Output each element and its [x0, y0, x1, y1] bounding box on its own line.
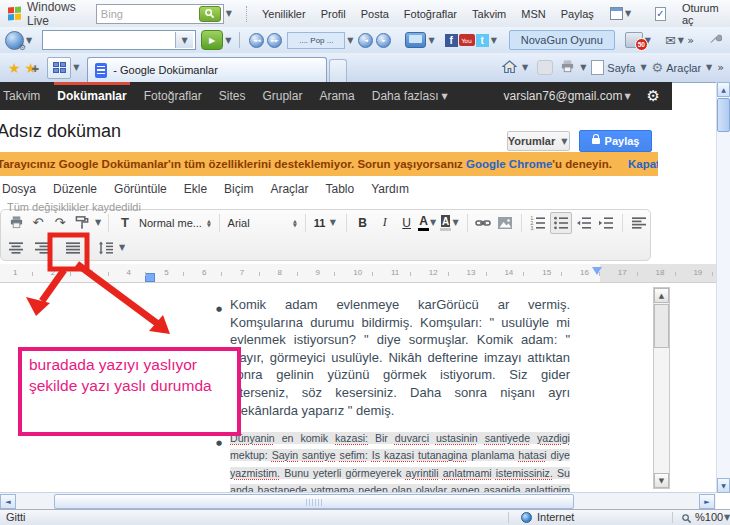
highlight-color-button[interactable]: A▼	[441, 213, 461, 233]
more-dropdown-icon[interactable]: ▼	[441, 92, 447, 101]
home-dropdown-icon[interactable]: ▼	[522, 63, 528, 72]
align-left-button[interactable]	[629, 213, 649, 233]
font-size-dropdown[interactable]: 11 ▼	[311, 213, 341, 232]
gbar-item-arama[interactable]: Arama	[318, 82, 355, 110]
ruler[interactable]: 12345678910111213141516171819	[0, 264, 716, 283]
browser-scroll-up-button[interactable]: ▲	[717, 82, 730, 97]
print-button[interactable]	[6, 213, 26, 233]
address-combo-input[interactable]: ▼	[42, 30, 196, 50]
live-link-yenilikler[interactable]: Yenilikler	[262, 8, 306, 20]
page-menu[interactable]: Sayfa	[607, 62, 635, 74]
menu-goruntule[interactable]: Görüntüle	[114, 182, 167, 196]
indent-button[interactable]	[596, 213, 616, 233]
media-previous-button[interactable]: ◄◄	[249, 33, 264, 48]
globe-dropdown-icon[interactable]: ▼	[26, 36, 32, 45]
social-buttons[interactable]: f You t	[445, 34, 489, 47]
insert-image-button[interactable]	[495, 213, 515, 233]
paint-format-button[interactable]	[72, 213, 92, 233]
quick-tabs-dropdown-icon[interactable]: ▼	[73, 63, 79, 72]
browser-scrollbar[interactable]: ▲ ▼	[716, 82, 730, 493]
justify-button[interactable]	[63, 238, 83, 258]
paragraph-style-dropdown[interactable]: Normal me... ▲▼	[136, 213, 214, 232]
gbar-item-sites[interactable]: Sites	[218, 82, 247, 110]
scroll-right-button[interactable]: ►	[699, 494, 715, 509]
combo-dropdown-icon[interactable]: ▼	[175, 32, 193, 48]
gbar-item-fotograflar[interactable]: Fotoğraflar	[143, 82, 203, 110]
radio-dropdown-icon[interactable]: ▼	[347, 36, 353, 45]
outdent-button[interactable]	[574, 213, 594, 233]
notifications-badge-icon[interactable]	[625, 32, 643, 48]
chrome-link[interactable]: Google Chrome	[466, 158, 552, 170]
menu-araclar[interactable]: Araçlar	[270, 182, 308, 196]
home-icon[interactable]	[502, 60, 517, 76]
comments-button[interactable]: Yorumlar ▼	[507, 131, 570, 151]
youtube-icon[interactable]: You	[459, 34, 475, 46]
bold-button[interactable]: B	[353, 213, 373, 233]
page-title[interactable]: Adsız doküman	[0, 121, 121, 142]
tv-dropdown-icon[interactable]: ▼	[428, 36, 434, 45]
zoom-level[interactable]: %100	[695, 511, 723, 523]
doc-paragraph-2[interactable]: Dünyanin en komik kazasi: Bir duvarci us…	[230, 430, 570, 492]
menu-bicim[interactable]: Biçim	[224, 182, 253, 196]
novagun-button[interactable]: NovaGun Oyunu	[509, 30, 615, 50]
paint-dropdown-icon[interactable]: ▼	[95, 218, 101, 227]
line-spacing-button[interactable]	[96, 238, 116, 258]
styles-format-icon[interactable]: T	[115, 213, 135, 233]
checkbox-icon[interactable]: ✓	[655, 7, 666, 21]
mail-icon[interactable]: ✉	[665, 33, 676, 48]
menu-tablo[interactable]: Tablo	[325, 182, 354, 196]
go-button[interactable]: ▶	[201, 30, 223, 50]
scroll-left-button[interactable]: ◄	[0, 494, 16, 509]
layout-dropdown-icon[interactable]: ▼	[625, 9, 631, 18]
italic-button[interactable]: I	[375, 213, 395, 233]
account-email[interactable]: varslan76@gmail.com	[503, 89, 622, 103]
tools-dropdown-icon[interactable]: ▼	[706, 63, 712, 72]
settings-gear-icon[interactable]: ⚙	[647, 87, 660, 105]
live-link-paylas[interactable]: Paylaş	[561, 8, 594, 20]
new-tab-stub[interactable]	[329, 59, 347, 82]
account-dropdown-icon[interactable]: ▼	[624, 92, 630, 101]
mail-dropdown-icon[interactable]: ▼	[678, 36, 684, 45]
tv-icon[interactable]	[405, 32, 426, 48]
bing-search-input[interactable]	[97, 8, 199, 20]
window-layout-icon[interactable]	[610, 7, 623, 20]
gbar-item-takvim[interactable]: Takvim	[2, 82, 41, 110]
page-dropdown-icon[interactable]: ▼	[640, 63, 646, 72]
editor-scroll-thumb[interactable]	[654, 304, 669, 348]
share-button[interactable]: Paylaş	[579, 130, 652, 152]
wrench-icon[interactable]	[708, 31, 722, 49]
volume-down-button[interactable]: ◄	[358, 33, 373, 48]
tab-google-docs[interactable]: - Google Dokümanlar	[87, 57, 327, 82]
facebook-icon[interactable]: f	[445, 34, 458, 47]
bulleted-list-button[interactable]	[550, 212, 572, 234]
volume-up-button[interactable]: ►	[376, 33, 391, 48]
social-dropdown-icon[interactable]: ▼	[491, 36, 497, 45]
overflow-chevron[interactable]: »	[687, 34, 694, 47]
menu-dosya[interactable]: Dosya	[2, 182, 36, 196]
print-icon[interactable]	[560, 59, 575, 76]
menu-duzenle[interactable]: Düzenle	[53, 182, 97, 196]
browser-scroll-thumb[interactable]	[717, 98, 730, 132]
horizontal-scroll-thumb[interactable]	[54, 494, 574, 509]
tabbar-overflow-chevron[interactable]: »	[717, 61, 724, 74]
print-dropdown-icon[interactable]: ▼	[580, 63, 586, 72]
horizontal-scrollbar[interactable]: ◄ ►	[0, 492, 716, 510]
font-dropdown[interactable]: Arial ▲▼	[225, 213, 300, 232]
globe-settings-icon[interactable]	[5, 31, 24, 50]
editor-scroll-up-button[interactable]: ▲	[654, 288, 669, 303]
sign-in-link[interactable]: Oturum aç	[682, 2, 720, 26]
gbar-item-gruplar[interactable]: Gruplar	[261, 82, 303, 110]
right-indent-marker[interactable]	[592, 267, 602, 275]
go-dropdown-icon[interactable]: ▼	[225, 36, 231, 45]
gbar-item-dokumanlar[interactable]: Dokümanlar	[56, 82, 127, 110]
live-link-takvim[interactable]: Takvim	[472, 8, 506, 20]
align-center-button[interactable]	[6, 238, 26, 258]
twitter-icon[interactable]: t	[476, 34, 489, 47]
favorites-star-icon[interactable]: ★	[8, 60, 21, 76]
undo-button[interactable]: ↶	[28, 213, 48, 233]
live-link-profil[interactable]: Profil	[321, 8, 346, 20]
banner-close-link[interactable]: Kapat	[628, 158, 658, 170]
radio-station-label[interactable]: .... Pop ...	[287, 32, 345, 49]
numbered-list-button[interactable]: 1.2.3.	[528, 213, 548, 233]
zoom-dropdown-icon[interactable]: ▼	[724, 513, 730, 522]
